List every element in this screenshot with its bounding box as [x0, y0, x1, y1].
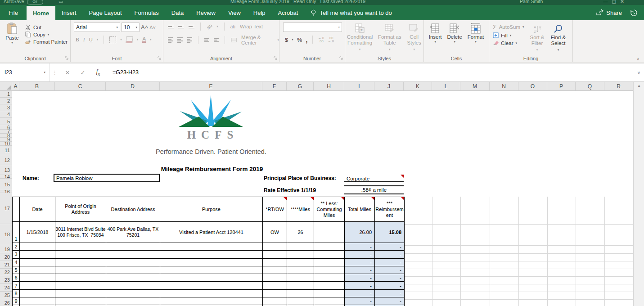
- cell-origin[interactable]: [55, 297, 106, 305]
- cell-reimbursement[interactable]: -: [375, 297, 404, 305]
- borders-button[interactable]: [109, 36, 116, 43]
- autosave-toggle[interactable]: AutoSaveOff: [4, 0, 43, 4]
- column-header-P[interactable]: P: [547, 82, 576, 91]
- grow-font-button[interactable]: A˄: [141, 24, 148, 31]
- cell-origin[interactable]: [55, 290, 106, 297]
- comma-button[interactable]: ,: [306, 36, 307, 44]
- percent-button[interactable]: %: [297, 36, 302, 43]
- tab-insert[interactable]: Insert: [55, 5, 83, 20]
- share-button[interactable]: Share: [596, 9, 622, 16]
- row-header-26[interactable]: 26: [0, 299, 12, 306]
- formula-bar-splitter[interactable]: ⋮: [52, 70, 57, 76]
- row-number[interactable]: 2: [13, 243, 20, 251]
- italic-button[interactable]: I: [83, 37, 85, 42]
- underline-button[interactable]: U: [89, 37, 93, 42]
- cell-rt-ow[interactable]: [263, 274, 287, 282]
- header-commuting[interactable]: ** Less: Commuting Miles: [314, 197, 345, 222]
- principal-place-field[interactable]: Corporate: [344, 175, 404, 182]
- font-family-combo[interactable]: Arial▾: [74, 22, 120, 32]
- entry-rt-ow[interactable]: OW: [263, 222, 287, 243]
- autosave-state[interactable]: Off: [27, 0, 43, 4]
- cell-commuting[interactable]: [314, 282, 345, 289]
- alignment-dialog-launcher[interactable]: [274, 56, 278, 60]
- row-header-12[interactable]: 12: [0, 155, 12, 165]
- collapse-ribbon-icon[interactable]: ∧: [636, 57, 639, 61]
- tab-formulas[interactable]: Formulas: [128, 5, 165, 20]
- cell-origin[interactable]: [55, 266, 106, 274]
- cell-destination[interactable]: [106, 290, 160, 297]
- cell-date[interactable]: [20, 282, 55, 289]
- cell-reimbursement[interactable]: -: [375, 259, 404, 266]
- align-bottom-icon[interactable]: [189, 25, 194, 29]
- column-header-R[interactable]: R: [604, 82, 633, 91]
- row-header-8[interactable]: 8: [0, 134, 12, 138]
- copy-button[interactable]: Copy ▾: [25, 32, 68, 37]
- font-size-combo[interactable]: 10▾: [122, 22, 140, 32]
- entry-date[interactable]: 1/15/2018: [20, 222, 55, 243]
- header-origin[interactable]: Point of Origin Address: [55, 197, 106, 222]
- expand-formula-bar-icon[interactable]: ∨: [637, 70, 640, 75]
- column-header-M[interactable]: M: [460, 82, 490, 91]
- cell-commuting[interactable]: [314, 290, 345, 297]
- cell-commuting[interactable]: [314, 274, 345, 282]
- entry-miles[interactable]: 26: [287, 222, 314, 243]
- cell-date[interactable]: [20, 266, 55, 274]
- column-header-C[interactable]: C: [55, 82, 106, 91]
- cell-rt-ow[interactable]: [263, 243, 287, 251]
- cell-rt-ow[interactable]: [263, 251, 287, 258]
- save-icon[interactable]: ▭: [59, 0, 63, 4]
- row-number[interactable]: 4: [13, 259, 20, 266]
- cell-purpose[interactable]: [160, 274, 263, 282]
- cell-origin[interactable]: [55, 259, 106, 266]
- bold-button[interactable]: B: [76, 37, 79, 42]
- cell-purpose[interactable]: [160, 282, 263, 289]
- clipboard-dialog-launcher[interactable]: [65, 56, 69, 60]
- cell-origin[interactable]: [55, 282, 106, 289]
- row-header-25[interactable]: 25: [0, 292, 12, 299]
- cell-purpose[interactable]: [160, 251, 263, 258]
- cell-total-miles[interactable]: -: [345, 290, 375, 297]
- align-center-icon[interactable]: [177, 37, 182, 43]
- row-header-9[interactable]: 9: [0, 138, 12, 142]
- tell-me[interactable]: Tell me what you want to do: [311, 5, 392, 20]
- tab-review[interactable]: Review: [190, 5, 222, 20]
- row-header-5[interactable]: 5: [0, 118, 12, 125]
- cell-commuting[interactable]: [314, 266, 345, 274]
- cell-total-miles[interactable]: -: [345, 243, 375, 251]
- tab-file[interactable]: File: [0, 5, 27, 20]
- header-rt-ow[interactable]: *RT/OW: [263, 197, 287, 222]
- row-header-2[interactable]: 2: [0, 98, 12, 104]
- column-header-B[interactable]: B: [19, 82, 55, 91]
- cell-miles[interactable]: [287, 297, 314, 305]
- cell-miles[interactable]: [287, 274, 314, 282]
- cell-date[interactable]: [20, 297, 55, 305]
- align-middle-icon[interactable]: [178, 25, 184, 29]
- cell-reimbursement[interactable]: -: [375, 274, 404, 282]
- cut-button[interactable]: Cut: [25, 24, 68, 30]
- decrease-indent-icon[interactable]: [204, 38, 209, 42]
- font-color-button[interactable]: A: [142, 36, 146, 43]
- cell-destination[interactable]: [106, 266, 160, 274]
- row-header-18[interactable]: 18: [0, 224, 12, 245]
- column-header-Q[interactable]: Q: [576, 82, 604, 91]
- cell-rt-ow[interactable]: [263, 259, 287, 266]
- window-controls[interactable]: — ▢ ✕: [603, 0, 624, 4]
- font-dialog-launcher[interactable]: [158, 56, 162, 60]
- align-right-icon[interactable]: [187, 37, 192, 43]
- row-header-1[interactable]: 1: [0, 91, 12, 98]
- cell-destination[interactable]: [106, 251, 160, 258]
- format-painter-button[interactable]: Format Painter: [25, 39, 68, 45]
- tab-data[interactable]: Data: [165, 5, 190, 20]
- entry-destination[interactable]: 400 Park Ave Dallas, TX 75201: [106, 222, 160, 243]
- column-header-D[interactable]: D: [106, 82, 160, 91]
- cell-origin[interactable]: [55, 274, 106, 282]
- enter-icon[interactable]: ✓: [75, 69, 90, 76]
- name-field[interactable]: Pamela Roblow: [54, 174, 160, 182]
- cell-commuting[interactable]: [314, 297, 345, 305]
- name-box[interactable]: I23▾: [0, 63, 50, 81]
- orientation-button[interactable]: ab: [206, 22, 213, 30]
- fill-color-button[interactable]: [126, 36, 133, 43]
- cell-rt-ow[interactable]: [263, 266, 287, 274]
- rate-field[interactable]: .58¢ a mile: [344, 185, 404, 194]
- cell-purpose[interactable]: [160, 243, 263, 251]
